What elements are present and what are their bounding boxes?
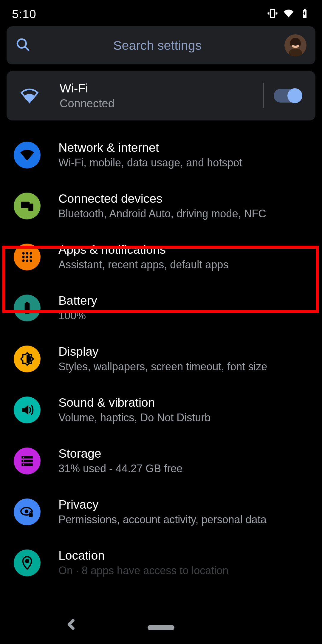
- svg-line-1: [25, 47, 29, 50]
- item-title: Privacy: [58, 498, 267, 512]
- item-title: Storage: [58, 447, 182, 461]
- toggle-knob: [288, 89, 302, 103]
- settings-item-battery[interactable]: Battery 100%: [0, 282, 322, 333]
- svg-point-14: [26, 259, 28, 262]
- sound-icon: [14, 397, 41, 423]
- status-icons: [267, 8, 310, 20]
- network-icon: [14, 142, 41, 168]
- wifi-status-icon: [283, 8, 294, 20]
- svg-point-8: [26, 252, 28, 254]
- item-subtitle: On · 8 apps have access to location: [58, 564, 228, 577]
- item-title: Location: [58, 549, 228, 563]
- profile-avatar[interactable]: [284, 34, 306, 56]
- svg-point-9: [30, 252, 32, 254]
- item-title: Sound & vibration: [58, 396, 210, 410]
- apps-icon: [14, 244, 41, 270]
- item-title: Network & internet: [58, 141, 242, 155]
- settings-item-apps[interactable]: Apps & notifications Assistant, recent a…: [0, 231, 322, 282]
- svg-point-24: [23, 464, 24, 465]
- settings-item-privacy[interactable]: Privacy Permissions, account activity, p…: [0, 486, 322, 537]
- item-subtitle: Permissions, account activity, personal …: [58, 513, 267, 526]
- battery-charging-icon: [299, 8, 310, 20]
- battery-icon: [14, 295, 41, 321]
- svg-rect-17: [26, 302, 28, 303]
- settings-item-location[interactable]: Location On · 8 apps have access to loca…: [0, 537, 322, 577]
- search-icon: [16, 37, 30, 53]
- settings-list: Network & internet Wi-Fi, mobile, data u…: [0, 129, 322, 577]
- svg-rect-5: [21, 202, 30, 208]
- wifi-icon: [20, 87, 39, 105]
- item-subtitle: Bluetooth, Android Auto, driving mode, N…: [58, 208, 266, 220]
- item-subtitle: Volume, haptics, Do Not Disturb: [58, 411, 210, 424]
- search-placeholder: Search settings: [39, 38, 275, 53]
- item-subtitle: Assistant, recent apps, default apps: [58, 258, 228, 271]
- back-gesture-icon[interactable]: [66, 618, 78, 631]
- svg-point-22: [23, 456, 24, 458]
- svg-point-26: [25, 509, 29, 513]
- gesture-nav-pill[interactable]: [148, 625, 174, 630]
- svg-point-23: [23, 460, 24, 461]
- item-subtitle: 100%: [58, 309, 97, 322]
- wifi-title: Wi-Fi: [60, 81, 260, 95]
- svg-point-13: [22, 259, 24, 262]
- svg-point-12: [30, 256, 32, 258]
- settings-item-storage[interactable]: Storage 31% used - 44.27 GB free: [0, 435, 322, 486]
- status-bar: 5:10: [0, 0, 322, 23]
- settings-item-connected-devices[interactable]: Connected devices Bluetooth, Android Aut…: [0, 180, 322, 231]
- settings-item-display[interactable]: Display Styles, wallpapers, screen timeo…: [0, 333, 322, 384]
- svg-rect-6: [28, 203, 33, 211]
- svg-point-28: [26, 559, 29, 562]
- search-settings-bar[interactable]: Search settings: [7, 26, 315, 64]
- item-subtitle: Styles, wallpapers, screen timeout, font…: [58, 360, 267, 373]
- settings-item-sound[interactable]: Sound & vibration Volume, haptics, Do No…: [0, 384, 322, 435]
- devices-icon: [14, 193, 41, 219]
- privacy-icon: [14, 499, 41, 525]
- item-title: Apps & notifications: [58, 243, 228, 257]
- wifi-quick-card[interactable]: Wi-Fi Connected: [7, 71, 315, 120]
- svg-rect-27: [29, 513, 33, 517]
- item-subtitle: Wi-Fi, mobile, data usage, and hotspot: [58, 157, 242, 169]
- item-title: Display: [58, 345, 267, 359]
- wifi-subtitle: Connected: [60, 97, 260, 110]
- storage-icon: [14, 448, 41, 474]
- settings-item-network[interactable]: Network & internet Wi-Fi, mobile, data u…: [0, 129, 322, 180]
- wifi-toggle[interactable]: [274, 89, 302, 103]
- item-subtitle: 31% used - 44.27 GB free: [58, 462, 182, 475]
- svg-point-7: [22, 252, 24, 254]
- svg-point-11: [26, 256, 28, 258]
- vibrate-icon: [267, 8, 278, 20]
- status-clock: 5:10: [12, 7, 36, 21]
- svg-point-15: [30, 259, 32, 262]
- item-title: Connected devices: [58, 192, 266, 206]
- item-title: Battery: [58, 294, 97, 308]
- svg-point-10: [22, 256, 24, 258]
- svg-rect-16: [25, 303, 30, 313]
- vertical-divider: [263, 83, 264, 108]
- display-icon: [14, 346, 41, 372]
- location-icon: [14, 549, 41, 576]
